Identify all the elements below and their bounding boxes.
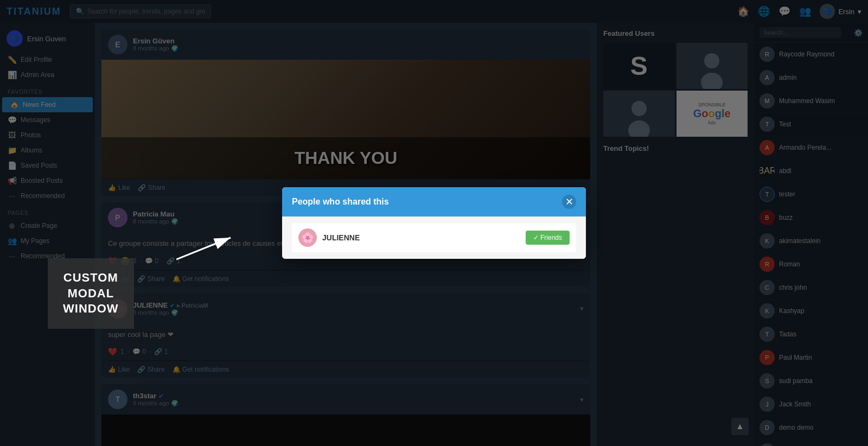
modal-close-button[interactable]: ✕ <box>562 195 576 209</box>
modal-body: 🌸 JULIENNE ✓ Friends <box>282 216 586 259</box>
modal-user-avatar: 🌸 <box>298 228 317 247</box>
modal-overlay[interactable]: People who shared this ✕ 🌸 JULIENNE ✓ Fr… <box>0 0 868 446</box>
friends-button[interactable]: ✓ Friends <box>526 231 570 245</box>
modal-user-name: JULIENNE <box>322 233 520 242</box>
modal-header: People who shared this ✕ <box>282 187 586 216</box>
modal-user-row: 🌸 JULIENNE ✓ Friends <box>292 223 576 252</box>
modal-title: People who shared this <box>292 197 389 207</box>
modal: People who shared this ✕ 🌸 JULIENNE ✓ Fr… <box>282 187 586 259</box>
